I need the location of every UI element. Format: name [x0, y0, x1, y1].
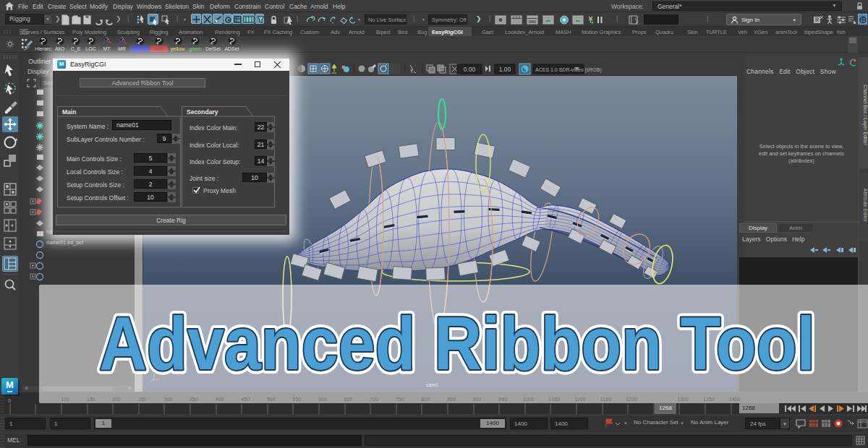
svg-text:0.00: 0.00 [464, 66, 476, 73]
svg-text:ACES 1.0 SDR-video (sRGB): ACES 1.0 SDR-video (sRGB) [535, 67, 602, 73]
svg-text:1.00: 1.00 [499, 66, 511, 73]
svg-text:Advanced Ribbon Tool: Advanced Ribbon Tool [99, 302, 815, 385]
